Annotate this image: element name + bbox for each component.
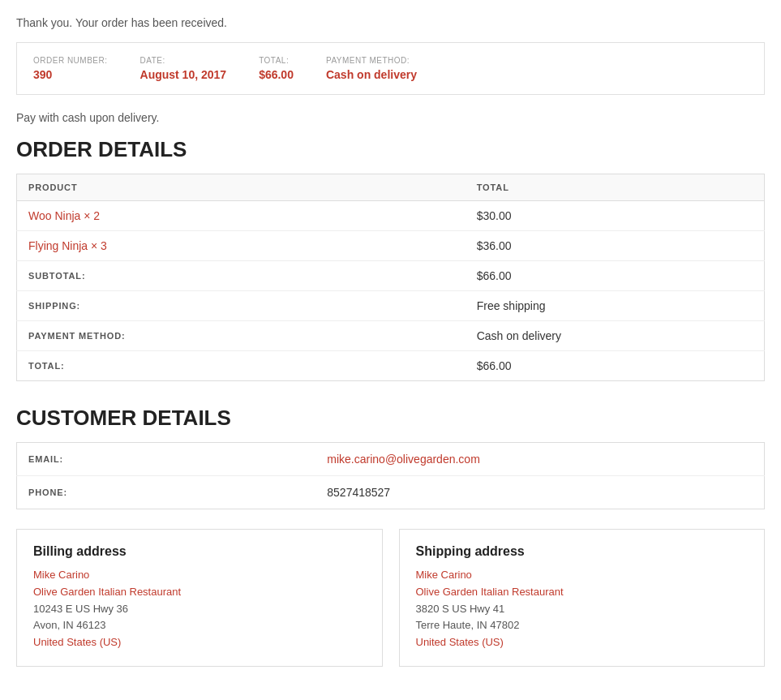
- total-value: $66.00: [259, 68, 294, 81]
- row-label: PAYMENT METHOD:: [17, 321, 466, 351]
- table-row: SHIPPING:Free shipping: [17, 291, 765, 321]
- billing-city: Avon, IN 46123: [33, 617, 366, 634]
- row-total: Cash on delivery: [466, 321, 765, 351]
- phone-value: 8527418527: [315, 476, 764, 509]
- order-summary-box: ORDER NUMBER: 390 DATE: August 10, 2017 …: [16, 42, 765, 95]
- phone-label: PHONE:: [17, 476, 316, 509]
- payment-method-label: PAYMENT METHOD:: [326, 56, 417, 65]
- billing-address-box: Billing address Mike Carino Olive Garden…: [16, 529, 383, 667]
- shipping-street: 3820 S US Hwy 41: [416, 601, 749, 618]
- order-number-value: 390: [33, 68, 52, 81]
- total-label: TOTAL:: [259, 56, 294, 65]
- order-number-item: ORDER NUMBER: 390: [33, 56, 108, 81]
- product-link[interactable]: Flying Ninja × 3: [28, 239, 107, 252]
- billing-name[interactable]: Mike Carino: [33, 569, 89, 581]
- billing-address-heading: Billing address: [33, 544, 366, 559]
- date-label: DATE:: [140, 56, 227, 65]
- shipping-city: Terre Haute, IN 47802: [416, 617, 749, 634]
- order-details-table: PRODUCT TOTAL Woo Ninja × 2$30.00Flying …: [16, 174, 765, 381]
- row-total: $30.00: [466, 201, 765, 231]
- thank-you-message: Thank you. Your order has been received.: [16, 16, 765, 29]
- address-row: Billing address Mike Carino Olive Garden…: [16, 529, 765, 667]
- billing-street: 10243 E US Hwy 36: [33, 601, 366, 618]
- shipping-company[interactable]: Olive Garden Italian Restaurant: [416, 586, 564, 598]
- row-total: $36.00: [466, 231, 765, 261]
- payment-method-value: Cash on delivery: [326, 68, 417, 81]
- table-row: PAYMENT METHOD:Cash on delivery: [17, 321, 765, 351]
- order-details-heading: ORDER DETAILS: [16, 137, 765, 162]
- product-link[interactable]: Woo Ninja × 2: [28, 209, 100, 222]
- email-label: EMAIL:: [17, 443, 316, 476]
- shipping-country[interactable]: United States (US): [416, 636, 504, 648]
- billing-country[interactable]: United States (US): [33, 636, 121, 648]
- table-row: Flying Ninja × 3$36.00: [17, 231, 765, 261]
- order-number-label: ORDER NUMBER:: [33, 56, 108, 65]
- pay-info: Pay with cash upon delivery.: [16, 111, 765, 124]
- customer-details-table: EMAIL: mike.carino@olivegarden.com PHONE…: [16, 442, 765, 509]
- row-label: SUBTOTAL:: [17, 261, 466, 291]
- date-value: August 10, 2017: [140, 68, 227, 81]
- col-total-header: TOTAL: [466, 174, 765, 201]
- table-row: Woo Ninja × 2$30.00: [17, 201, 765, 231]
- table-row: TOTAL:$66.00: [17, 351, 765, 381]
- email-value: mike.carino@olivegarden.com: [315, 443, 764, 476]
- row-total: Free shipping: [466, 291, 765, 321]
- shipping-address-box: Shipping address Mike Carino Olive Garde…: [399, 529, 766, 667]
- date-item: DATE: August 10, 2017: [140, 56, 227, 81]
- row-total: $66.00: [466, 351, 765, 381]
- total-item: TOTAL: $66.00: [259, 56, 294, 81]
- payment-method-item: PAYMENT METHOD: Cash on delivery: [326, 56, 417, 81]
- shipping-address-heading: Shipping address: [416, 544, 749, 559]
- email-row: EMAIL: mike.carino@olivegarden.com: [17, 443, 765, 476]
- row-label: TOTAL:: [17, 351, 466, 381]
- table-row: SUBTOTAL:$66.00: [17, 261, 765, 291]
- email-link[interactable]: mike.carino@olivegarden.com: [327, 453, 480, 466]
- billing-company[interactable]: Olive Garden Italian Restaurant: [33, 586, 181, 598]
- row-total: $66.00: [466, 261, 765, 291]
- customer-details-heading: CUSTOMER DETAILS: [16, 406, 765, 431]
- col-product-header: PRODUCT: [17, 174, 466, 201]
- phone-row: PHONE: 8527418527: [17, 476, 765, 509]
- row-label: SHIPPING:: [17, 291, 466, 321]
- shipping-name[interactable]: Mike Carino: [416, 569, 472, 581]
